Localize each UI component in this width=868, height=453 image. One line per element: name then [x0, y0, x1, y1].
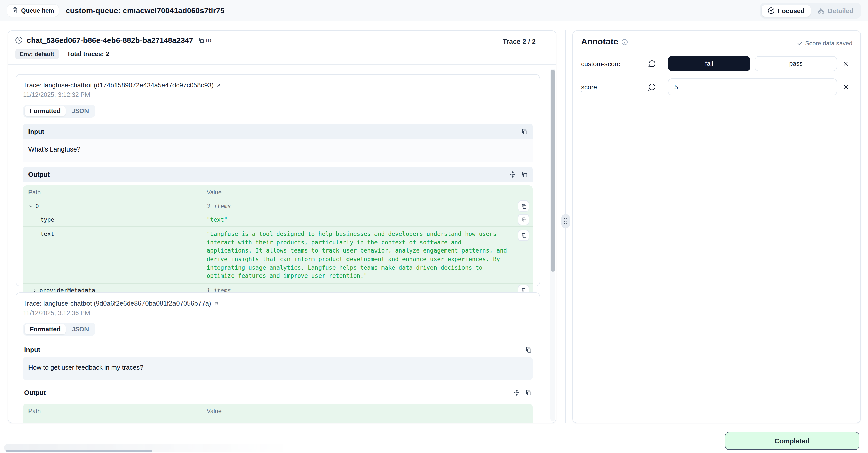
chevron-right-icon — [32, 288, 37, 293]
row-path[interactable]: 0 — [23, 202, 207, 209]
total-traces-label: Total traces: 2 — [67, 51, 109, 58]
output-json-table: Path Value 0 3 items — [23, 403, 533, 423]
check-icon — [797, 40, 803, 47]
chevron-down-icon — [28, 204, 33, 208]
row-value: "Langfuse is a tool designed to help bus… — [207, 228, 515, 282]
table-row: 0 3 items — [23, 419, 533, 423]
input-text: How to get user feedback in my traces? — [23, 357, 533, 380]
copy-icon — [198, 37, 204, 43]
detailed-view-label: Detailed — [828, 7, 854, 15]
detailed-view-button[interactable]: Detailed — [812, 5, 860, 17]
trace-counter: Trace 2 / 2 — [503, 38, 536, 46]
remove-score-button[interactable] — [839, 83, 852, 90]
focused-view-button[interactable]: Focused — [762, 5, 811, 17]
queue-item-panel: chat_536ed067-b86e-4eb6-882b-ba27148a234… — [7, 30, 556, 423]
completed-button[interactable]: Completed — [725, 432, 860, 450]
output-section-header: Output — [23, 385, 533, 400]
comment-bubble-icon[interactable] — [648, 59, 668, 68]
top-bar: Queue item custom-queue: cmiacwel70041ad… — [0, 0, 868, 21]
table-row: text "Langfuse is a tool designed to hel… — [23, 226, 533, 283]
score-row: score — [581, 78, 852, 95]
copy-id-button[interactable]: ID — [198, 37, 211, 43]
x-icon — [842, 60, 849, 67]
external-link-icon — [216, 82, 221, 88]
row-value: "text" — [207, 216, 515, 224]
grip-dots-icon — [564, 218, 568, 225]
horizontal-scrollbar[interactable] — [6, 450, 152, 452]
trace-card-2: Trace: langfuse-chatbot (9d0a6f2e6de8670… — [16, 292, 540, 423]
id-label: ID — [206, 37, 211, 43]
env-badge: Env: default — [15, 49, 59, 59]
column-header-value: Value — [207, 189, 515, 196]
output-label: Output — [24, 389, 45, 396]
column-header-value: Value — [207, 407, 515, 415]
output-json-table: Path Value 0 3 items — [23, 185, 533, 297]
input-section-header: Input — [23, 124, 533, 139]
info-icon[interactable] — [621, 39, 628, 45]
queue-item-header: chat_536ed067-b86e-4eb6-882b-ba27148a234… — [8, 31, 556, 65]
custom-score-label: custom-score — [581, 60, 648, 67]
copy-row-button[interactable] — [518, 214, 529, 225]
copy-icon[interactable] — [521, 171, 528, 177]
trace-1-format-tabs: Formatted JSON — [23, 105, 95, 118]
score-saved-label: Score data saved — [805, 40, 852, 47]
copy-row-button[interactable] — [518, 200, 529, 211]
trace-2-link[interactable]: Trace: langfuse-chatbot (9d0a6f2e6de8670… — [23, 300, 219, 307]
traces-scroll-area[interactable]: Trace: langfuse-chatbot (d174b1589072e43… — [8, 68, 556, 423]
score-value-input[interactable] — [668, 78, 837, 95]
custom-score-pass-button[interactable]: pass — [754, 56, 837, 71]
view-mode-toggle: Focused Detailed — [760, 2, 861, 19]
row-value: 3 items — [207, 202, 515, 210]
trace-1-timestamp: 11/12/2025, 3:12:32 PM — [23, 91, 533, 98]
tab-formatted[interactable]: Formatted — [25, 106, 66, 116]
trace-card-1: Trace: langfuse-chatbot (d174b1589072e43… — [16, 74, 540, 286]
trace-1-link-label: Trace: langfuse-chatbot (d174b1589072e43… — [23, 81, 214, 89]
item-title: chat_536ed067-b86e-4eb6-882b-ba27148a234… — [27, 36, 193, 45]
clock-icon — [15, 36, 23, 44]
queue-item-badge: Queue item — [7, 4, 59, 17]
left-panel-scrollbar[interactable] — [550, 69, 555, 421]
copy-icon[interactable] — [525, 346, 532, 353]
column-header-path: Path — [23, 189, 207, 196]
annotate-title: Annotate — [581, 37, 618, 47]
tab-formatted[interactable]: Formatted — [25, 324, 66, 334]
focused-view-label: Focused — [778, 7, 805, 15]
input-label: Input — [24, 346, 40, 353]
custom-score-fail-button[interactable]: fail — [668, 56, 750, 71]
output-label: Output — [28, 170, 50, 178]
copy-row-button[interactable] — [518, 230, 529, 241]
custom-score-row: custom-score fail pass — [581, 56, 852, 71]
scrollbar-thumb[interactable] — [551, 70, 555, 272]
column-header-path: Path — [23, 407, 207, 415]
gauge-icon — [768, 7, 775, 14]
remove-custom-score-button[interactable] — [839, 60, 852, 67]
trace-2-link-label: Trace: langfuse-chatbot (9d0a6f2e6de8670… — [23, 300, 211, 307]
expand-vertical-icon[interactable] — [509, 171, 516, 177]
external-link-icon — [213, 301, 219, 306]
trace-2-format-tabs: Formatted JSON — [23, 323, 95, 336]
page: Queue item custom-queue: cmiacwel70041ad… — [0, 0, 868, 453]
score-label: score — [581, 83, 648, 91]
row-path: type — [23, 216, 207, 223]
score-saved-status: Score data saved — [797, 40, 852, 47]
page-title: custom-queue: cmiacwel70041ad060s7tlr75 — [66, 6, 225, 15]
queue-item-badge-label: Queue item — [21, 7, 54, 14]
annotate-panel: Annotate Score data saved custom-score — [572, 30, 861, 423]
trace-2-timestamp: 11/12/2025, 3:12:36 PM — [23, 310, 533, 317]
table-row: 0 3 items — [23, 199, 533, 213]
tab-json[interactable]: JSON — [67, 324, 94, 334]
trace-1-link[interactable]: Trace: langfuse-chatbot (d174b1589072e43… — [23, 81, 221, 89]
copy-icon[interactable] — [521, 128, 528, 135]
input-text: What's Langfuse? — [23, 139, 533, 162]
tab-json[interactable]: JSON — [67, 106, 94, 116]
output-section-header: Output — [23, 167, 533, 182]
comment-bubble-icon[interactable] — [648, 83, 668, 91]
table-row: type "text" — [23, 213, 533, 226]
panel-resize-handle[interactable] — [561, 214, 570, 228]
input-section-header: Input — [23, 342, 533, 357]
x-icon — [842, 83, 849, 90]
input-label: Input — [28, 128, 44, 135]
expand-vertical-icon[interactable] — [514, 389, 520, 396]
copy-icon[interactable] — [525, 389, 532, 396]
clipboard-pen-icon — [11, 7, 18, 13]
